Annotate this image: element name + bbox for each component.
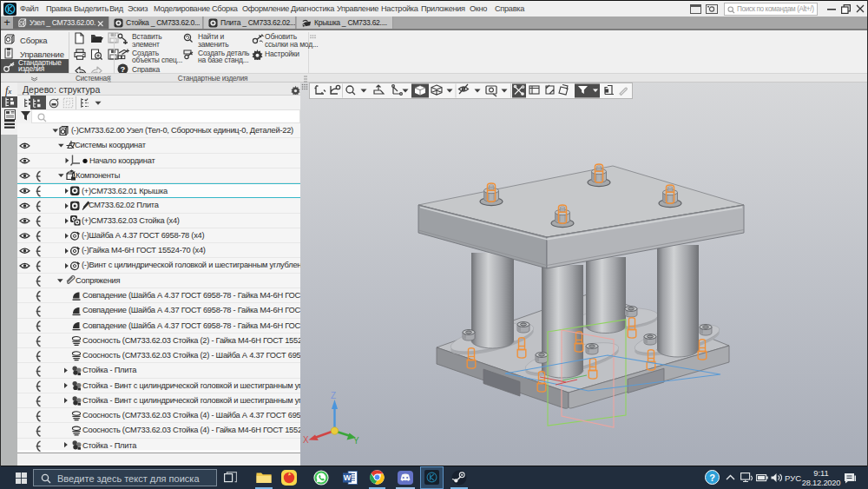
svg-text:Y: Y xyxy=(353,436,359,446)
svg-text:?: ? xyxy=(709,472,715,483)
svg-text:W: W xyxy=(344,473,352,482)
svg-text:X: X xyxy=(303,435,309,445)
svg-text:Z: Z xyxy=(331,391,336,400)
